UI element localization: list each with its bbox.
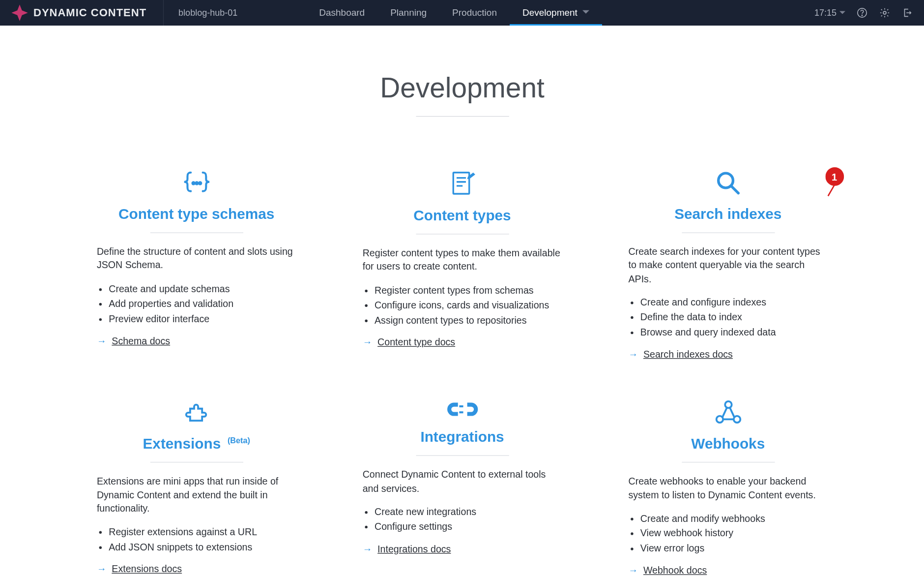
chevron-down-icon bbox=[839, 8, 845, 18]
nav-dashboard[interactable]: Dashboard bbox=[306, 0, 377, 26]
gear-icon[interactable] bbox=[879, 7, 891, 19]
nav-planning[interactable]: Planning bbox=[377, 0, 439, 26]
bullet: View webhook history bbox=[640, 526, 827, 541]
card-title: Integrations bbox=[362, 429, 562, 446]
link-text: Search indexes docs bbox=[643, 349, 732, 360]
link-text: Schema docs bbox=[112, 335, 170, 346]
annotation-pin-1: 1 bbox=[825, 167, 843, 198]
card-docs-link[interactable]: → Integrations docs bbox=[362, 544, 562, 554]
top-bar: DYNAMIC CONTENT bloblog-hub-01 Dashboard… bbox=[0, 0, 924, 26]
braces-icon bbox=[96, 170, 296, 196]
bullet: Configure settings bbox=[375, 519, 562, 534]
card-docs-link[interactable]: → Webhook docs bbox=[628, 565, 828, 576]
card-underline bbox=[415, 456, 508, 456]
arrow-right-icon: → bbox=[362, 544, 372, 554]
card-title-text: Extensions bbox=[143, 435, 221, 452]
svg-point-4 bbox=[195, 182, 197, 184]
page-title: Development bbox=[0, 72, 924, 104]
arrow-right-icon: → bbox=[362, 337, 372, 348]
bullet: Add properties and validation bbox=[109, 296, 296, 311]
card-underline bbox=[415, 234, 508, 234]
svg-point-3 bbox=[192, 182, 194, 184]
link-text: Integrations docs bbox=[377, 544, 451, 554]
card-title: Content type schemas bbox=[96, 206, 296, 223]
card-integrations[interactable]: Integrations Connect Dynamic Content to … bbox=[362, 399, 562, 576]
card-bullets: Create new integrations Configure settin… bbox=[362, 504, 562, 534]
link-text: Content type docs bbox=[377, 337, 455, 348]
svg-point-5 bbox=[199, 182, 201, 184]
card-webhooks[interactable]: Webhooks Create webhooks to enable your … bbox=[628, 399, 828, 576]
card-docs-link[interactable]: → Search indexes docs bbox=[628, 349, 828, 360]
time-display[interactable]: 17:15 bbox=[814, 8, 845, 18]
bullet: Register content types from schemas bbox=[375, 283, 562, 298]
card-description: Extensions are mini apps that run inside… bbox=[96, 475, 296, 515]
arrow-right-icon: → bbox=[628, 565, 638, 576]
nav-development-label: Development bbox=[522, 7, 578, 18]
card-title: Content types bbox=[362, 207, 562, 224]
card-bullets: Create and modify webhooks View webhook … bbox=[628, 511, 828, 556]
bullet: Add JSON snippets to extensions bbox=[109, 540, 296, 554]
document-edit-icon bbox=[362, 170, 562, 198]
bullet: Assign content types to repositories bbox=[375, 312, 562, 327]
brand-name: DYNAMIC CONTENT bbox=[33, 6, 158, 19]
webhook-icon bbox=[628, 399, 828, 426]
bullet: Define the data to index bbox=[640, 310, 827, 325]
card-description: Create search indexes for your content t… bbox=[628, 245, 828, 285]
beta-badge: (Beta) bbox=[227, 436, 250, 445]
annotation-pin-head: 1 bbox=[825, 167, 843, 186]
card-bullets: Create and update schemas Add properties… bbox=[96, 281, 296, 326]
search-icon bbox=[628, 170, 828, 196]
card-extensions[interactable]: Extensions (Beta) Extensions are mini ap… bbox=[96, 399, 296, 576]
card-description: Connect Dynamic Content to external tool… bbox=[362, 468, 562, 495]
link-text: Webhook docs bbox=[643, 565, 706, 576]
bullet: Create and configure indexes bbox=[640, 295, 827, 309]
card-bullets: Register content types from schemas Conf… bbox=[362, 283, 562, 328]
divider bbox=[163, 0, 164, 26]
help-icon[interactable] bbox=[856, 7, 868, 19]
nav-development[interactable]: Development bbox=[510, 0, 602, 26]
card-description: Define the structure of content and slot… bbox=[96, 245, 296, 272]
card-search-indexes[interactable]: 1 Search indexes Create search indexes f… bbox=[628, 170, 828, 360]
card-content-type-schemas[interactable]: Content type schemas Define the structur… bbox=[96, 170, 296, 360]
card-title: Search indexes bbox=[628, 206, 828, 223]
card-title: Extensions (Beta) bbox=[96, 435, 296, 453]
main-content: Development Content type schemas Define … bbox=[0, 26, 924, 576]
nav-production[interactable]: Production bbox=[439, 0, 510, 26]
card-underline bbox=[150, 232, 243, 233]
cards-grid: Content type schemas Define the structur… bbox=[0, 170, 924, 576]
bullet: Create and modify webhooks bbox=[640, 511, 827, 526]
card-description: Register content types to make them avai… bbox=[362, 246, 562, 274]
card-docs-link[interactable]: → Schema docs bbox=[96, 335, 296, 346]
card-bullets: Register extensions against a URL Add JS… bbox=[96, 524, 296, 554]
main-nav: Dashboard Planning Production Developmen… bbox=[306, 0, 602, 26]
card-docs-link[interactable]: → Content type docs bbox=[362, 337, 562, 348]
svg-rect-13 bbox=[459, 412, 462, 414]
svg-point-1 bbox=[862, 15, 862, 15]
bullet: Browse and query indexed data bbox=[640, 325, 827, 339]
bullet: Preview editor interface bbox=[109, 311, 296, 326]
svg-line-11 bbox=[731, 186, 738, 193]
arrow-right-icon: → bbox=[96, 335, 106, 346]
bullet: Create new integrations bbox=[375, 504, 562, 519]
card-docs-link[interactable]: → Extensions docs bbox=[96, 564, 296, 575]
bullet: Create and update schemas bbox=[109, 281, 296, 296]
svg-point-10 bbox=[718, 173, 733, 188]
svg-rect-6 bbox=[453, 173, 468, 194]
app-logo-icon bbox=[11, 4, 29, 22]
arrow-right-icon: → bbox=[628, 349, 638, 360]
link-text: Extensions docs bbox=[112, 564, 182, 575]
bullet: Configure icons, cards and visualization… bbox=[375, 298, 562, 312]
card-description: Create webhooks to enable your backend s… bbox=[628, 475, 828, 502]
chevron-down-icon bbox=[582, 7, 589, 18]
card-title: Webhooks bbox=[628, 435, 828, 453]
hub-selector[interactable]: bloblog-hub-01 bbox=[169, 8, 247, 18]
title-underline bbox=[415, 116, 508, 117]
bullet: Register extensions against a URL bbox=[109, 524, 296, 539]
annotation-pin-stick bbox=[827, 184, 835, 196]
logout-icon[interactable] bbox=[901, 7, 913, 19]
svg-point-2 bbox=[883, 11, 886, 14]
svg-rect-12 bbox=[459, 405, 462, 407]
card-bullets: Create and configure indexes Define the … bbox=[628, 295, 828, 339]
card-content-types[interactable]: Content types Register content types to … bbox=[362, 170, 562, 360]
puzzle-icon bbox=[96, 399, 296, 426]
